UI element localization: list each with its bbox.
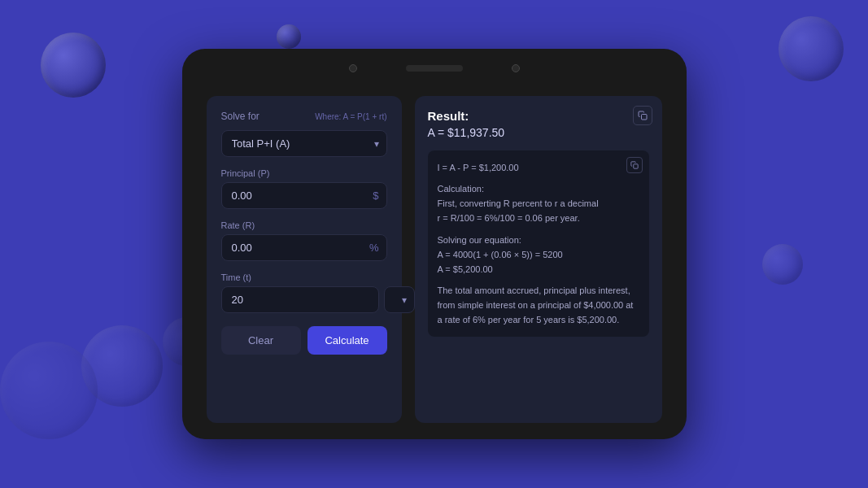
- solve-for-header: Solve for Where: A = P(1 + rt): [221, 111, 387, 122]
- tablet: Solve for Where: A = P(1 + rt) Total P+I…: [182, 49, 687, 439]
- result-copy-button[interactable]: [633, 106, 652, 125]
- time-input-row: Years Months ▾: [221, 286, 387, 313]
- detail-summary: The total amount accrued, principal plus…: [438, 285, 634, 325]
- bg-bubble-2: [277, 24, 301, 49]
- tablet-content: Solve for Where: A = P(1 + rt) Total P+I…: [182, 88, 687, 439]
- tablet-speaker: [406, 65, 463, 72]
- formula-text: Where: A = P(1 + rt): [315, 112, 386, 121]
- rate-input-wrapper: %: [221, 234, 387, 261]
- detail-r-value: r = R/100 = 6%/100 = 0.06 per year.: [438, 213, 580, 223]
- detail-converting: First, converting R percent to r a decim…: [438, 198, 599, 208]
- principal-field-group: Principal (P) $: [221, 168, 387, 209]
- result-title: Result:: [428, 109, 649, 123]
- calculate-button[interactable]: Calculate: [308, 326, 387, 355]
- svg-rect-0: [641, 115, 647, 120]
- rate-input[interactable]: [221, 234, 387, 261]
- solve-for-select[interactable]: Total P+I (A) Principal (P) Rate (R) Tim…: [221, 130, 387, 157]
- result-main-value: A = $11,937.50: [428, 126, 649, 139]
- svg-rect-1: [633, 164, 637, 168]
- detail-a-value: A = $5,200.00: [438, 264, 493, 274]
- rate-label: Rate (R): [221, 220, 387, 230]
- calculator-panel: Solve for Where: A = P(1 + rt) Total P+I…: [207, 96, 402, 423]
- principal-label: Principal (P): [221, 168, 387, 178]
- bg-bubble-6: [0, 342, 98, 439]
- principal-input-wrapper: $: [221, 182, 387, 209]
- tablet-camera-right: [512, 64, 520, 72]
- tablet-top-bar: [182, 49, 687, 88]
- rate-field-group: Rate (R) %: [221, 220, 387, 261]
- time-label: Time (t): [221, 272, 387, 282]
- tablet-camera: [349, 64, 357, 72]
- principal-input[interactable]: [221, 182, 387, 209]
- clear-button[interactable]: Clear: [221, 326, 301, 355]
- detail-equation: A = 4000(1 + (0.06 × 5)) = 5200: [438, 250, 563, 259]
- result-detail-card: I = A - P = $1,200.00 Calculation: First…: [428, 150, 649, 337]
- time-unit-select[interactable]: Years Months: [384, 286, 415, 313]
- bg-bubble-3: [779, 16, 844, 81]
- detail-interest-line: I = A - P = $1,200.00: [438, 163, 519, 172]
- detail-solving-label: Solving our equation:: [438, 235, 521, 245]
- bg-bubble-1: [41, 33, 106, 98]
- time-number-input[interactable]: [221, 286, 379, 313]
- time-unit-wrapper: Years Months ▾: [384, 286, 415, 313]
- detail-text: I = A - P = $1,200.00 Calculation: First…: [438, 160, 639, 327]
- bg-bubble-7: [762, 244, 803, 285]
- solve-for-wrapper: Total P+I (A) Principal (P) Rate (R) Tim…: [221, 130, 387, 157]
- detail-copy-button[interactable]: [626, 157, 643, 173]
- button-row: Clear Calculate: [221, 326, 387, 355]
- solve-for-label: Solve for: [221, 111, 260, 122]
- detail-calc-label: Calculation:: [438, 184, 484, 194]
- time-field-group: Time (t) Years Months ▾: [221, 272, 387, 313]
- result-panel: Result: A = $11,937.50 I = A - P = $1,20…: [415, 96, 662, 423]
